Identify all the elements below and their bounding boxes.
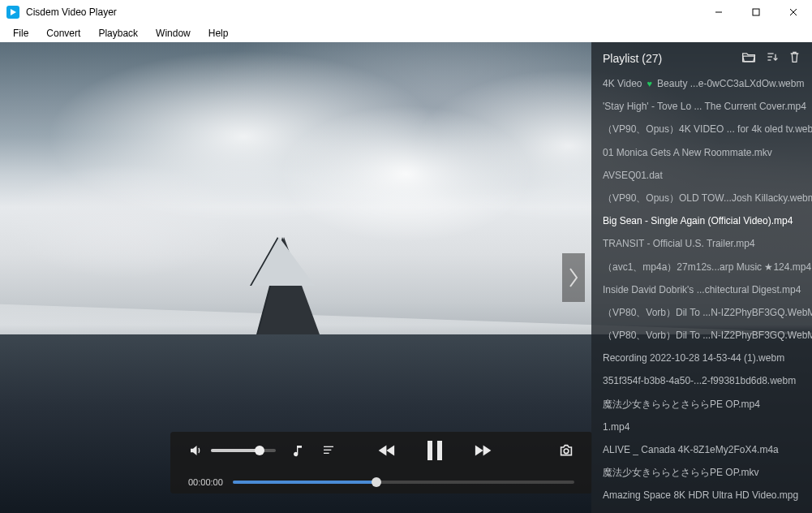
playlist-item[interactable]: （VP90、Opus）4K VIDEO ... for 4k oled tv.w… [591, 118, 812, 140]
svg-rect-2 [753, 9, 759, 15]
volume-cluster [188, 443, 276, 458]
close-button[interactable] [775, 0, 812, 24]
open-folder-icon[interactable] [741, 50, 756, 66]
svg-rect-6 [324, 450, 331, 450]
menu-window[interactable]: Window [148, 26, 199, 41]
svg-rect-5 [324, 446, 333, 447]
menu-help[interactable]: Help [200, 26, 237, 41]
svg-marker-13 [483, 446, 491, 456]
menu-convert[interactable]: Convert [38, 26, 88, 41]
playlist-title: Playlist (27) [603, 52, 662, 65]
menu-bar: File Convert Playback Window Help [0, 24, 812, 42]
playlist-item[interactable]: （VP80、Vorb）Dil To ...N-IZ2PhyBF3GQ.WebM [591, 301, 812, 324]
playlist-item[interactable]: Inside David Dobrik's ...chitectural Dig… [591, 278, 812, 301]
playlist-item[interactable]: ALIVE _ Canada 4K-8Z1eMy2FoX4.m4a [591, 438, 812, 461]
playlist-item[interactable]: （VP90、Opus）OLD TOW...Josh Killacky.webm [591, 187, 812, 209]
playlist-panel: Playlist (27) 4K Video ♥ Beauty ...e-0wC… [591, 42, 812, 513]
svg-rect-7 [324, 453, 329, 454]
playlist-item[interactable]: TRANSIT - Official U.S. Trailer.mp4 [591, 232, 812, 255]
minimize-button[interactable] [700, 0, 737, 24]
volume-slider[interactable] [211, 449, 276, 452]
playlist-item[interactable]: 01 Monica Gets A New Roommate.mkv [591, 141, 812, 164]
forward-button[interactable] [471, 442, 492, 459]
menu-playback[interactable]: Playback [90, 26, 146, 41]
window-title: Cisdem Video Player [26, 6, 117, 18]
playlist-item[interactable]: Big Sean - Single Again (Official Video)… [591, 209, 812, 232]
app-icon [6, 6, 19, 19]
time-current: 00:00:00 [188, 477, 223, 487]
title-bar: Cisdem Video Player [0, 0, 812, 24]
maximize-button[interactable] [737, 0, 775, 24]
playlist-item[interactable]: 'Stay High' - Tove Lo ... The Current Co… [591, 95, 812, 118]
audio-track-icon[interactable] [292, 444, 305, 457]
svg-marker-12 [475, 446, 483, 456]
sort-icon[interactable] [766, 50, 779, 66]
playlist-item[interactable]: 魔法少女きららとさららPE OP.mp4 [591, 393, 812, 416]
window-buttons [700, 0, 812, 24]
volume-icon[interactable] [188, 443, 203, 458]
svg-marker-8 [386, 446, 394, 456]
playlist-header: Playlist (27) [591, 42, 812, 72]
playlist-item[interactable]: Recording 2022-10-28 14-53-44 (1).webm [591, 347, 812, 369]
playlist-item[interactable]: ALIVE _ Canada 4K-8Z1eMy2FoX4.webm [591, 507, 812, 513]
seek-bar[interactable] [233, 481, 574, 484]
heart-icon: ♥ [647, 78, 653, 90]
playlist-item[interactable]: 1.mp4 [591, 416, 812, 438]
menu-file[interactable]: File [5, 26, 37, 41]
playlist-item[interactable]: 351f354f-b3b8-4a50-...2-f99381bd6d8.webm [591, 369, 812, 392]
playlist-item[interactable]: Amazing Space 8K HDR Ultra HD Video.mpg [591, 484, 812, 507]
playlist-item[interactable]: （VP80、Vorb）Dil To ...N-IZ2PhyBF3GQ.WebM [591, 324, 812, 347]
pause-button[interactable] [426, 440, 444, 461]
svg-point-14 [564, 449, 569, 454]
playlist-item[interactable]: （avc1、mp4a）27m12s...arp Music ★124.mp4 [591, 256, 812, 278]
trash-icon[interactable] [788, 50, 801, 66]
transport-buttons [377, 440, 492, 461]
playlist-toggle-icon[interactable] [321, 444, 336, 457]
playback-controls: 00:00:00 [170, 432, 592, 494]
svg-marker-9 [378, 446, 386, 456]
svg-rect-10 [427, 441, 432, 460]
rewind-button[interactable] [377, 442, 398, 459]
next-video-button[interactable] [562, 253, 585, 302]
video-viewport[interactable]: 00:00:00 Playlist (27) 4K Video ♥ Beauty… [0, 42, 812, 513]
snapshot-button[interactable] [558, 444, 574, 457]
playlist-item[interactable]: 魔法少女きららとさららPE OP.mkv [591, 461, 812, 484]
playlist-item[interactable]: AVSEQ01.dat [591, 164, 812, 187]
playlist-item[interactable]: 4K Video ♥ Beauty ...e-0wCC3aLXdOw.webm [591, 72, 812, 95]
playlist-list[interactable]: 4K Video ♥ Beauty ...e-0wCC3aLXdOw.webm'… [591, 72, 812, 513]
svg-rect-11 [437, 441, 442, 460]
svg-marker-0 [11, 9, 16, 15]
